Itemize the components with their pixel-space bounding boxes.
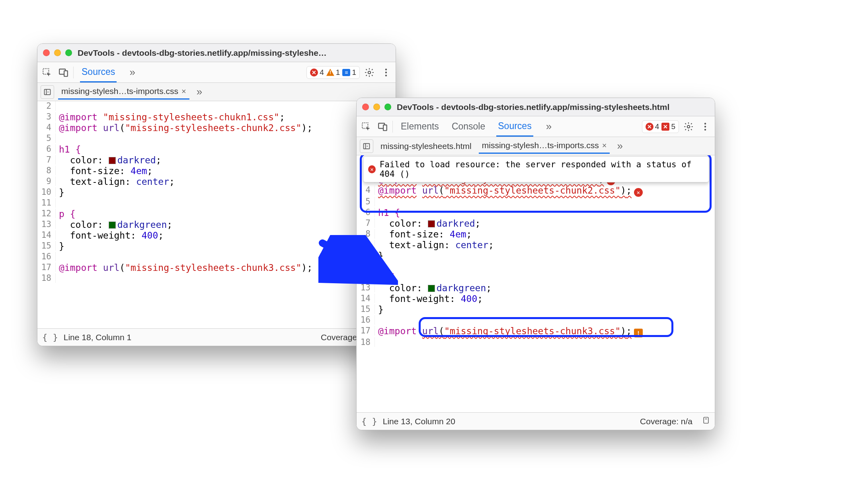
svg-point-14 xyxy=(687,125,690,128)
titlebar[interactable]: DevTools - devtools-dbg-stories.netlify.… xyxy=(37,44,396,62)
zoom-icon[interactable] xyxy=(65,49,72,56)
svg-point-3 xyxy=(368,71,371,74)
warning-icon[interactable]: ! xyxy=(634,329,643,337)
gear-icon[interactable] xyxy=(362,65,376,80)
close-icon[interactable] xyxy=(43,49,50,56)
device-toggle-icon[interactable] xyxy=(57,65,71,80)
main-toolbar: Sources » ✕4 !1 ≡1 xyxy=(37,62,396,83)
error-badge[interactable]: ✕4 xyxy=(310,68,324,77)
code-editor[interactable]: ✕ Failed to load resource: the server re… xyxy=(357,155,715,412)
status-bar: { } Line 13, Column 20 Coverage: n/a xyxy=(357,412,715,430)
close-tab-icon[interactable]: × xyxy=(181,87,186,96)
color-swatch-icon[interactable] xyxy=(428,285,435,292)
panel-tabs: Sources » xyxy=(76,63,138,82)
error-badge[interactable]: ✕4 xyxy=(646,122,659,131)
file-tab-active[interactable]: missing-stylesh…ts-imports.css × xyxy=(58,84,189,100)
blocked-badge[interactable]: ✕5 xyxy=(661,122,675,131)
minimize-icon[interactable] xyxy=(54,49,61,56)
navigator-toggle-icon[interactable] xyxy=(41,85,54,99)
svg-rect-2 xyxy=(64,71,68,76)
svg-point-17 xyxy=(704,129,706,130)
titlebar[interactable]: DevTools - devtools-dbg-stories.netlify.… xyxy=(357,98,715,116)
zoom-icon[interactable] xyxy=(384,104,391,110)
svg-point-4 xyxy=(385,69,387,70)
svg-rect-7 xyxy=(45,89,51,94)
error-tooltip: ✕ Failed to load resource: the server re… xyxy=(363,156,709,182)
window-traffic-lights xyxy=(43,49,72,56)
pin-icon[interactable] xyxy=(702,416,710,427)
window-traffic-lights xyxy=(362,104,391,110)
navigator-toggle-icon[interactable] xyxy=(360,139,373,153)
tab-sources[interactable]: Sources xyxy=(496,117,533,137)
tab-sources[interactable]: Sources xyxy=(80,63,117,82)
devtools-window-left: DevTools - devtools-dbg-stories.netlify.… xyxy=(37,43,396,346)
window-title: DevTools - devtools-dbg-stories.netlify.… xyxy=(78,48,327,58)
color-swatch-icon[interactable] xyxy=(109,157,116,164)
gear-icon[interactable] xyxy=(681,120,696,134)
minimize-icon[interactable] xyxy=(373,104,380,110)
more-file-tabs-icon[interactable]: » xyxy=(193,86,205,98)
code-editor[interactable]: 2 3@import "missing-stylesheets-chukn1.c… xyxy=(37,101,396,328)
more-tabs-icon[interactable]: » xyxy=(126,66,138,78)
coverage-status: Coverage: n/a xyxy=(640,417,692,426)
format-icon[interactable]: { } xyxy=(42,332,58,342)
cursor-position: Line 18, Column 1 xyxy=(64,333,131,342)
error-icon[interactable]: ✕ xyxy=(634,188,643,197)
tab-elements[interactable]: Elements xyxy=(399,117,441,136)
issue-badges[interactable]: ✕4 ✕5 xyxy=(642,120,679,133)
svg-rect-13 xyxy=(383,125,387,130)
svg-point-15 xyxy=(704,123,706,124)
inspect-icon[interactable] xyxy=(359,120,373,134)
info-badge[interactable]: ≡1 xyxy=(342,68,356,77)
issue-badges[interactable]: ✕4 !1 ≡1 xyxy=(306,66,360,79)
kebab-icon[interactable] xyxy=(698,120,712,134)
file-tab-html[interactable]: missing-stylesheets.html xyxy=(377,139,475,153)
inspect-icon[interactable] xyxy=(40,65,54,80)
close-icon[interactable] xyxy=(362,104,369,110)
more-tabs-icon[interactable]: » xyxy=(543,120,555,133)
more-file-tabs-icon[interactable]: » xyxy=(614,140,626,152)
main-toolbar: Elements Console Sources » ✕4 ✕5 xyxy=(357,116,715,137)
svg-point-5 xyxy=(385,71,387,73)
file-tabs: missing-stylesheets.html missing-stylesh… xyxy=(357,137,715,155)
error-icon: ✕ xyxy=(368,165,376,173)
file-tabs: missing-stylesh…ts-imports.css × » xyxy=(37,83,396,101)
color-swatch-icon[interactable] xyxy=(109,221,116,229)
arrow-icon xyxy=(318,235,398,287)
status-bar: { } Line 18, Column 1 Coverage: n/a xyxy=(37,328,396,346)
tab-console[interactable]: Console xyxy=(450,117,487,136)
svg-rect-18 xyxy=(364,143,370,149)
devtools-window-right: DevTools - devtools-dbg-stories.netlify.… xyxy=(356,98,715,430)
close-tab-icon[interactable]: × xyxy=(602,141,607,150)
kebab-icon[interactable] xyxy=(379,65,393,80)
svg-rect-20 xyxy=(704,417,708,423)
file-tab-css[interactable]: missing-stylesh…ts-imports.css × xyxy=(479,138,610,154)
device-toggle-icon[interactable] xyxy=(376,120,390,134)
color-swatch-icon[interactable] xyxy=(428,220,435,227)
panel-tabs: Elements Console Sources » xyxy=(395,117,555,137)
svg-point-6 xyxy=(385,74,387,76)
format-icon[interactable]: { } xyxy=(361,416,377,426)
warning-badge[interactable]: !1 xyxy=(326,68,340,77)
cursor-position: Line 13, Column 20 xyxy=(383,417,455,426)
svg-point-16 xyxy=(704,125,706,127)
window-title: DevTools - devtools-dbg-stories.netlify.… xyxy=(397,102,669,112)
